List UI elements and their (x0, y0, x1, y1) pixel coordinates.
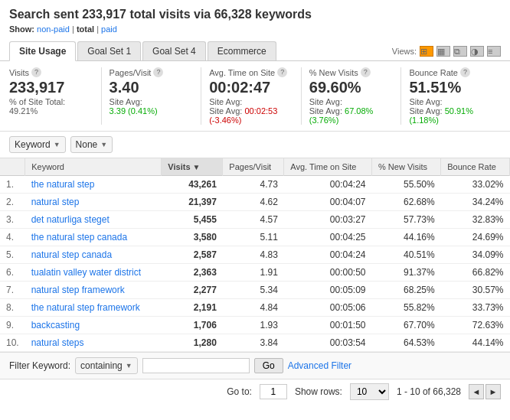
new-visits-help-icon[interactable]: ? (361, 67, 371, 77)
none-dropdown-label: None (76, 139, 98, 150)
view-table-icon[interactable]: ≡ (487, 46, 501, 57)
metric-bounce-label: Bounce Rate (409, 68, 458, 77)
view-grid-icon[interactable]: ⊞ (420, 46, 433, 57)
keyword-dropdown-label: Keyword (15, 139, 51, 150)
cell-bounce-9: 44.14% (441, 334, 510, 352)
col-time: Avg. Time on Site (284, 158, 372, 176)
view-compare-icon[interactable]: ⧉ (453, 46, 467, 57)
link-paid[interactable]: paid (101, 24, 117, 34)
metric-visits-label: Visits (9, 68, 29, 77)
cell-visits-3: 3,580 (162, 229, 223, 246)
tab-site-usage[interactable]: Site Usage (9, 41, 76, 61)
cell-rank-3: 4. (0, 229, 25, 246)
advanced-filter-link[interactable]: Advanced Filter (288, 360, 351, 371)
cell-keyword-1: natural step (25, 194, 162, 211)
keyword-link-0[interactable]: the natural step (31, 179, 95, 190)
cell-new-visits-1: 62.68% (372, 194, 441, 211)
metric-new-visits-sub1: Site Avg: (309, 97, 394, 106)
link-non-paid[interactable]: non-paid (37, 24, 70, 34)
cell-pages-1: 4.62 (223, 194, 284, 211)
cell-visits-1: 21,397 (162, 194, 223, 211)
show-rows-label: Show rows: (295, 386, 342, 397)
keyword-link-7[interactable]: the natural step framework (31, 302, 140, 313)
metric-pages-sub1: Site Avg: (110, 97, 194, 106)
cell-visits-4: 2,587 (162, 246, 223, 264)
cell-keyword-9: natural steps (25, 334, 162, 352)
prev-page-button[interactable]: ◄ (469, 384, 484, 399)
keyword-link-9[interactable]: natural steps (31, 337, 84, 348)
none-dropdown-arrow: ▼ (100, 141, 107, 148)
page-nav: ◄ ► (469, 384, 501, 399)
cell-pages-7: 4.84 (223, 299, 284, 317)
table-row: 9. backcasting 1,706 1.93 00:01:50 67.70… (0, 317, 510, 334)
filter-containing-dropdown[interactable]: containing ▼ (75, 357, 138, 374)
table-header-row: Keyword Visits ▼ Pages/Visit Avg. Time o… (0, 158, 510, 176)
cell-visits-6: 2,277 (162, 282, 223, 299)
filter-go-button[interactable]: Go (254, 358, 283, 373)
col-visits[interactable]: Visits ▼ (162, 158, 223, 176)
cell-rank-0: 1. (0, 176, 25, 194)
cell-rank-1: 2. (0, 194, 25, 211)
metric-pages-sub2: 3.39 (0.41%) (110, 106, 194, 116)
cell-rank-5: 6. (0, 264, 25, 282)
tab-ecommerce[interactable]: Ecommerce (208, 41, 276, 60)
cell-time-0: 00:04:24 (284, 176, 372, 194)
col-bounce: Bounce Rate (441, 158, 510, 176)
cell-bounce-4: 34.09% (441, 246, 510, 264)
pages-help-icon[interactable]: ? (153, 67, 163, 77)
table-controls: Keyword ▼ None ▼ (0, 132, 510, 158)
keyword-link-3[interactable]: the natural step canada (31, 232, 127, 243)
cell-rank-6: 7. (0, 282, 25, 299)
cell-bounce-7: 33.73% (441, 299, 510, 317)
cell-new-visits-3: 44.16% (372, 229, 441, 246)
keyword-dropdown[interactable]: Keyword ▼ (9, 136, 66, 153)
metric-pages: Pages/Visit ? 3.40 Site Avg: 3.39 (0.41%… (110, 67, 202, 125)
cell-new-visits-2: 57.73% (372, 211, 441, 229)
cell-time-6: 00:05:09 (284, 282, 372, 299)
keyword-link-8[interactable]: backcasting (31, 320, 80, 330)
cell-visits-7: 2,191 (162, 299, 223, 317)
metric-visits-value: 233,917 (9, 77, 93, 97)
visits-help-icon[interactable]: ? (31, 67, 41, 77)
filter-dropdown-arrow: ▼ (126, 362, 132, 370)
keyword-link-5[interactable]: tualatin valley water district (31, 267, 141, 278)
metric-bounce-sub2: Site Avg: 50.91% (1.18%) (409, 106, 493, 125)
goto-input[interactable] (260, 384, 287, 399)
none-dropdown[interactable]: None ▼ (70, 136, 113, 153)
filter-keyword-input[interactable] (142, 358, 250, 373)
keyword-link-1[interactable]: natural step (31, 197, 80, 207)
cell-new-visits-0: 55.50% (372, 176, 441, 194)
metric-time-value: 00:02:47 (209, 77, 293, 97)
goto-label: Go to: (227, 386, 252, 397)
table-row: 6. tualatin valley water district 2,363 … (0, 264, 510, 282)
cell-bounce-0: 33.02% (441, 176, 510, 194)
cell-rank-9: 10. (0, 334, 25, 352)
cell-visits-9: 1,280 (162, 334, 223, 352)
rows-select[interactable]: 10 25 50 100 (350, 383, 389, 400)
keyword-link-6[interactable]: natural step framework (31, 285, 125, 295)
keyword-link-4[interactable]: natural step canada (31, 249, 112, 260)
cell-time-5: 00:00:50 (284, 264, 372, 282)
next-page-button[interactable]: ► (485, 384, 501, 399)
cell-visits-8: 1,706 (162, 317, 223, 334)
tabs-container: Site Usage Goal Set 1 Goal Set 4 Ecommer… (9, 41, 276, 60)
metric-new-visits-value: 69.60% (309, 77, 394, 97)
cell-keyword-8: backcasting (25, 317, 162, 334)
cell-pages-4: 4.83 (223, 246, 284, 264)
metric-pages-value: 3.40 (110, 77, 194, 97)
metric-visits-sub1: % of Site Total: (9, 97, 93, 106)
cell-time-1: 00:04:07 (284, 194, 372, 211)
header: Search sent 233,917 total visits via 66,… (0, 0, 510, 404)
tab-goal-set-4[interactable]: Goal Set 4 (142, 41, 206, 60)
time-help-icon[interactable]: ? (277, 67, 287, 77)
metric-time-label: Avg. Time on Site (209, 68, 275, 77)
view-pie-icon[interactable]: ◑ (470, 46, 484, 57)
show-label: Show: (9, 24, 34, 34)
cell-time-2: 00:03:27 (284, 211, 372, 229)
tab-goal-set-1[interactable]: Goal Set 1 (77, 41, 141, 60)
cell-bounce-1: 34.24% (441, 194, 510, 211)
bounce-help-icon[interactable]: ? (460, 67, 470, 77)
keyword-link-2[interactable]: det naturliga steget (31, 214, 110, 225)
view-bar-icon[interactable]: ▦ (436, 46, 450, 57)
metrics-bar: Visits ? 233,917 % of Site Total: 49.21%… (0, 61, 510, 132)
